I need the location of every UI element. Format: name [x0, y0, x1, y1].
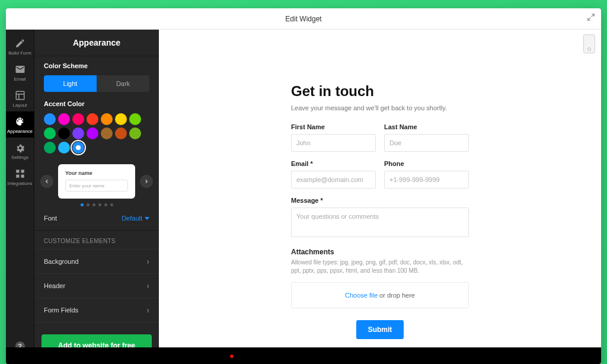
accent-swatch[interactable] — [72, 127, 84, 139]
customize-item-label: Header — [44, 282, 65, 289]
carousel-caption: Your name — [65, 170, 128, 176]
accent-swatch[interactable] — [44, 113, 56, 125]
accent-swatch[interactable] — [115, 127, 127, 139]
accent-swatch[interactable] — [115, 113, 127, 125]
carousel-dot[interactable] — [81, 203, 84, 206]
carousel-dot[interactable] — [104, 203, 107, 206]
color-scheme-toggle: Light Dark — [44, 75, 149, 92]
chevron-right-icon: › — [146, 281, 149, 290]
customize-item-label: Background — [44, 258, 79, 265]
nav-rail: Build Form Email Layout Appearance Setti… — [6, 30, 34, 364]
font-value: Default — [122, 215, 142, 222]
window-title: Edit Widget — [285, 15, 321, 23]
customize-header[interactable]: Header › — [34, 273, 159, 298]
svg-rect-0 — [16, 91, 24, 100]
carousel-dots — [34, 203, 159, 206]
font-select[interactable]: Default — [122, 215, 149, 222]
customize-background[interactable]: Background › — [34, 249, 159, 273]
customize-item-label: Form Fields — [44, 306, 78, 314]
rail-label: Layout — [12, 103, 27, 108]
accent-swatch[interactable] — [44, 142, 56, 154]
carousel-dot[interactable] — [92, 203, 95, 206]
svg-rect-1 — [16, 170, 19, 173]
form-title: Get in touch — [291, 83, 469, 100]
rail-label: Appearance — [7, 129, 33, 134]
first-name-label: First Name — [291, 123, 376, 130]
rail-integrations[interactable]: Integrations — [6, 164, 34, 190]
choose-file-link[interactable]: Choose file — [345, 292, 378, 299]
accent-color-label: Accent Color — [44, 100, 149, 107]
indicator-dot — [230, 355, 234, 358]
chevron-down-icon — [145, 217, 149, 220]
rail-label: Build Form — [8, 50, 31, 56]
last-name-label: Last Name — [384, 123, 469, 130]
accent-swatch[interactable] — [58, 113, 70, 125]
gear-icon — [15, 142, 25, 153]
mobile-preview-toggle[interactable] — [583, 34, 595, 53]
carousel-next[interactable] — [140, 175, 153, 188]
phone-label: Phone — [384, 160, 469, 167]
grid-icon — [15, 168, 25, 179]
titlebar: Edit Widget — [6, 8, 601, 30]
rail-build-form[interactable]: Build Form — [6, 33, 34, 59]
accent-swatch[interactable] — [72, 142, 84, 154]
rail-email[interactable]: Email — [6, 59, 34, 85]
carousel-card: Your name Enter your name — [58, 164, 135, 199]
rail-settings[interactable]: Settings — [6, 138, 34, 164]
carousel-dot[interactable] — [87, 203, 90, 206]
message-input[interactable] — [291, 207, 469, 237]
color-scheme-dark[interactable]: Dark — [97, 75, 149, 92]
preview-pane: Get in touch Leave your message and we'l… — [159, 30, 601, 364]
accent-swatch[interactable] — [58, 142, 70, 154]
attachments-label: Attachments — [291, 248, 469, 256]
drop-hint: or drop here — [379, 292, 415, 299]
carousel-dot[interactable] — [98, 203, 101, 206]
accent-swatch[interactable] — [101, 127, 113, 139]
palette-icon — [15, 116, 25, 127]
chevron-right-icon: › — [146, 257, 149, 266]
color-scheme-label: Color Scheme — [44, 62, 149, 69]
carousel-prev[interactable] — [40, 175, 53, 188]
rail-label: Email — [14, 76, 25, 82]
preview-carousel: Your name Enter your name — [40, 164, 153, 199]
form-subtitle: Leave your message and we'll get back to… — [291, 104, 469, 111]
first-name-input[interactable] — [291, 134, 376, 152]
email-label: Email * — [291, 160, 376, 167]
attachments-hint: Allowed file types: jpg, jpeg, png, gif,… — [291, 258, 469, 275]
rail-appearance[interactable]: Appearance — [6, 111, 34, 138]
submit-button[interactable]: Submit — [356, 320, 404, 339]
email-input[interactable] — [291, 171, 376, 189]
customize-form-fields[interactable]: Form Fields › — [34, 298, 159, 322]
color-scheme-light[interactable]: Light — [44, 75, 97, 92]
accent-swatch[interactable] — [129, 127, 141, 139]
file-dropzone[interactable]: Choose file or drop here — [291, 282, 469, 308]
font-label: Font — [44, 215, 57, 222]
chevron-right-icon: › — [146, 305, 149, 315]
last-name-input[interactable] — [384, 134, 469, 152]
svg-rect-2 — [21, 170, 24, 173]
panel-title: Appearance — [34, 30, 159, 56]
rail-layout[interactable]: Layout — [6, 85, 34, 111]
accent-swatch[interactable] — [87, 127, 98, 139]
accent-swatch[interactable] — [58, 127, 70, 139]
accent-swatch[interactable] — [101, 113, 113, 125]
accent-swatch[interactable] — [129, 113, 141, 125]
accent-swatches — [44, 113, 149, 154]
customize-heading: CUSTOMIZE ELEMENTS — [34, 231, 159, 249]
rail-label: Integrations — [8, 181, 33, 186]
pencil-icon — [15, 38, 25, 49]
contact-form: Get in touch Leave your message and we'l… — [291, 83, 469, 339]
expand-icon[interactable] — [587, 13, 595, 23]
customize-submit-button[interactable]: Submit Button › — [34, 322, 159, 328]
phone-icon — [587, 47, 591, 51]
svg-rect-3 — [16, 175, 19, 178]
carousel-dot[interactable] — [110, 203, 113, 206]
accent-swatch[interactable] — [87, 113, 98, 125]
message-label: Message * — [291, 197, 469, 204]
accent-swatch[interactable] — [44, 127, 56, 139]
mail-icon — [15, 64, 25, 75]
accent-swatch[interactable] — [72, 113, 84, 125]
phone-input[interactable] — [384, 171, 469, 189]
layout-icon — [15, 90, 25, 101]
rail-label: Settings — [11, 155, 28, 160]
